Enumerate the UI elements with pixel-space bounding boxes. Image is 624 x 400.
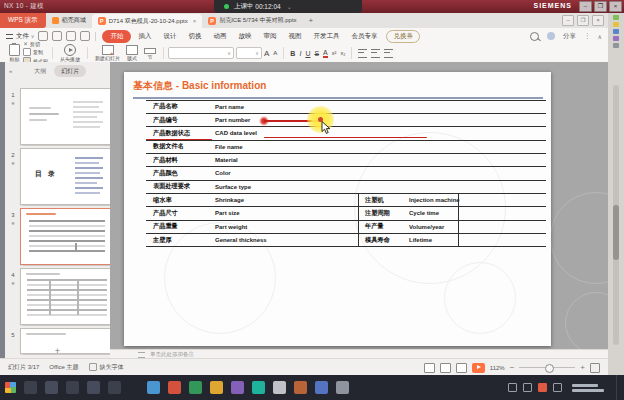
zoom-slider[interactable] xyxy=(519,367,575,369)
align-center-icon[interactable] xyxy=(371,49,380,58)
taskbar-app-icon[interactable] xyxy=(147,381,160,394)
cell-empty[interactable] xyxy=(458,207,546,219)
cell-cn[interactable]: 产品编号 xyxy=(146,116,208,125)
nx-tool-icon[interactable] xyxy=(613,43,619,48)
cell-en[interactable]: Material xyxy=(208,157,358,163)
section-button[interactable]: 节 xyxy=(144,46,156,60)
cell-cn[interactable]: 缩水率 xyxy=(146,196,208,205)
tab-membership[interactable]: 会员专享 xyxy=(346,30,382,43)
cell-empty[interactable] xyxy=(458,234,546,246)
redo-icon[interactable] xyxy=(80,31,90,41)
taskbar-app-icon[interactable] xyxy=(336,381,349,394)
print-icon[interactable] xyxy=(52,31,62,41)
slide-3[interactable]: 基本信息 - Basic information 产品名称 Part name … xyxy=(124,72,551,346)
collapse-panel-icon[interactable]: « xyxy=(9,68,12,74)
cell-en2[interactable]: Lifetime xyxy=(404,237,458,243)
slide-thumbnail-2[interactable]: 目 录 xyxy=(20,148,114,205)
taskbar-app-icon[interactable] xyxy=(210,381,223,394)
underline-button[interactable]: U xyxy=(305,50,310,57)
tray-icon[interactable] xyxy=(508,383,517,392)
paste-button[interactable]: 粘贴 xyxy=(9,44,20,62)
taskbar-app-icon[interactable] xyxy=(66,381,79,394)
cell-cn2[interactable]: 模具寿命 xyxy=(358,234,404,246)
tab-slideshow[interactable]: 放映 xyxy=(233,30,256,43)
nx-tool-icon[interactable] xyxy=(613,22,619,27)
cell-en[interactable]: Part weight xyxy=(208,224,358,230)
wps-close-button[interactable]: × xyxy=(592,15,604,26)
cell-en[interactable]: Color xyxy=(208,170,358,176)
copy-button[interactable]: 复制 xyxy=(23,48,48,56)
search-icon[interactable] xyxy=(530,32,539,41)
bold-button[interactable]: B xyxy=(290,50,295,57)
tab-insert[interactable]: 插入 xyxy=(133,30,156,43)
cell-cn2[interactable]: 年产量 xyxy=(358,221,404,233)
wps-restore-button[interactable]: ❐ xyxy=(577,15,589,26)
wps-minimize-button[interactable]: – xyxy=(562,15,574,26)
tab-home[interactable]: 开始 xyxy=(102,30,131,43)
taskbar-clock[interactable] xyxy=(572,384,604,392)
zoom-out-button[interactable]: − xyxy=(510,364,515,372)
taskbar-app-icon[interactable] xyxy=(108,381,121,394)
slide-sorter-view-icon[interactable] xyxy=(440,363,451,373)
superscript-button[interactable]: x² xyxy=(332,50,337,56)
tab-design[interactable]: 设计 xyxy=(158,30,181,43)
font-name-select[interactable]: ∨ xyxy=(168,47,234,59)
share-button[interactable]: 分享 xyxy=(563,32,576,41)
chevron-down-icon[interactable]: ⌄ xyxy=(287,3,292,10)
show-desktop-button[interactable] xyxy=(616,375,620,400)
cell-en[interactable]: Shrinkage xyxy=(208,197,358,203)
tray-icon[interactable] xyxy=(523,383,532,392)
wps-menu-button[interactable]: WPS 演示 xyxy=(0,13,46,28)
slide-thumbnail-3-selected[interactable] xyxy=(20,208,114,265)
tab-outline[interactable]: 大纲 xyxy=(34,67,46,76)
taskbar-app-icon[interactable] xyxy=(273,381,286,394)
play-from-start-button[interactable]: 从头播放 xyxy=(60,44,80,62)
cell-cn[interactable]: 产品颜色 xyxy=(146,169,208,178)
decrease-font-button[interactable]: A xyxy=(273,50,277,56)
tab-review[interactable]: 审阅 xyxy=(258,30,281,43)
tab-devtools[interactable]: 开发工具 xyxy=(308,30,344,43)
tab-transition[interactable]: 切换 xyxy=(183,30,206,43)
cell-en[interactable]: General thickness xyxy=(208,237,358,243)
cut-button[interactable]: ✕ 剪切 xyxy=(23,41,48,47)
notes-placeholder[interactable]: 单击此处添加备注 xyxy=(150,351,194,358)
align-right-icon[interactable] xyxy=(384,49,393,58)
slide-thumbnail-4[interactable] xyxy=(20,268,114,325)
taskbar-app-icon[interactable] xyxy=(189,381,202,394)
nx-close-button[interactable]: × xyxy=(609,1,622,12)
reading-view-icon[interactable] xyxy=(456,363,467,373)
layout-button[interactable]: 版式 xyxy=(126,45,138,61)
cell-cn[interactable]: 数据文件名 xyxy=(146,142,208,151)
promo-pill[interactable]: 兑换券 xyxy=(386,30,420,43)
basic-information-table[interactable]: 产品名称 Part name 产品编号 Part number 产品数据状态 C… xyxy=(146,100,546,248)
strikethrough-button[interactable]: S xyxy=(314,50,319,57)
missing-font-indicator[interactable]: 缺失字体 xyxy=(89,363,124,372)
nx-scrollbar[interactable] xyxy=(613,85,619,345)
cell-en[interactable]: CAD data level xyxy=(208,130,358,136)
new-tab-button[interactable]: + xyxy=(303,13,320,28)
nx-maximize-button[interactable]: ❐ xyxy=(594,1,607,12)
cell-cn[interactable]: 产品数据状态 xyxy=(146,129,208,138)
slide-title[interactable]: 基本信息 - Basic information xyxy=(133,79,266,93)
cell-en[interactable]: Part name xyxy=(208,104,358,110)
avatar[interactable] xyxy=(547,32,555,40)
more-options-icon[interactable]: ⋮ xyxy=(584,32,591,40)
cell-empty[interactable] xyxy=(458,221,546,233)
cell-en2[interactable]: Cycle time xyxy=(404,210,458,216)
cell-cn[interactable]: 产品尺寸 xyxy=(146,209,208,218)
tab-store[interactable]: 稻壳商城 xyxy=(46,13,92,28)
cell-cn2[interactable]: 注塑周期 xyxy=(358,207,404,219)
zoom-slider-knob[interactable] xyxy=(545,364,554,373)
increase-font-button[interactable]: A xyxy=(264,49,269,58)
tab-document-active[interactable]: P D714 双色模具-20-10-24.pptx × xyxy=(92,14,203,28)
undo-icon[interactable] xyxy=(66,31,76,41)
cell-en2[interactable]: Injection machine xyxy=(404,197,458,203)
taskbar-app-icon[interactable] xyxy=(87,381,100,394)
play-slideshow-button[interactable] xyxy=(472,363,485,373)
tab-view[interactable]: 视图 xyxy=(283,30,306,43)
cell-en2[interactable]: Volume/year xyxy=(404,224,458,230)
subscript-button[interactable]: x₂ xyxy=(340,50,345,56)
editing-canvas[interactable]: 基本信息 - Basic information 产品名称 Part name … xyxy=(110,62,608,350)
cell-en[interactable]: Surface type xyxy=(208,184,358,190)
nx-tool-icon[interactable] xyxy=(613,36,619,41)
